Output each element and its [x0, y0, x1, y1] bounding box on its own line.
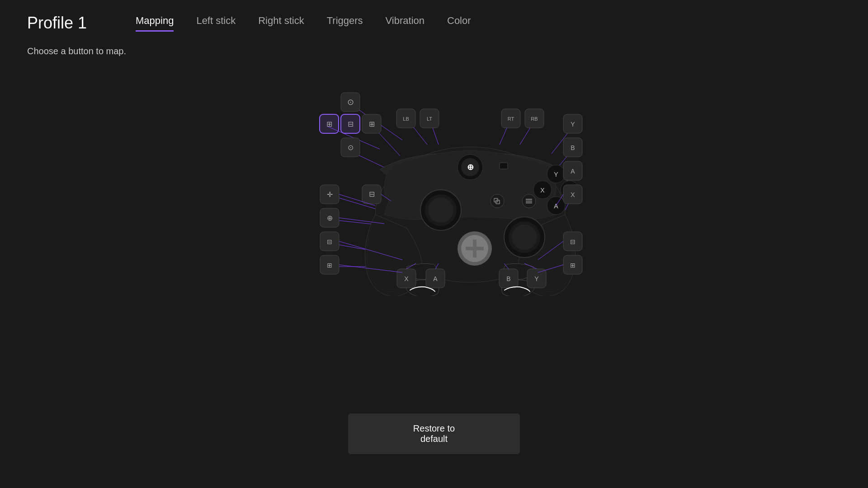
svg-text:RB: RB [531, 116, 538, 122]
svg-text:X: X [571, 191, 575, 198]
svg-text:LB: LB [403, 116, 409, 122]
svg-text:A: A [571, 168, 575, 175]
subtitle: Choose a button to map. [0, 33, 868, 56]
svg-text:✛: ✛ [327, 191, 333, 198]
svg-text:A: A [554, 202, 558, 210]
svg-text:Y: Y [534, 275, 539, 282]
svg-text:B: B [571, 144, 575, 151]
svg-text:X: X [540, 187, 545, 194]
svg-point-38 [491, 194, 504, 208]
svg-text:Y: Y [554, 171, 558, 178]
svg-text:⊕: ⊕ [327, 214, 333, 222]
svg-point-30 [428, 197, 453, 223]
tab-triggers[interactable]: Triggers [327, 15, 363, 32]
svg-text:A: A [433, 275, 438, 282]
svg-text:LT: LT [427, 116, 432, 122]
header: Profile 1 Mapping Left stick Right stick… [0, 0, 868, 33]
svg-text:⊟: ⊟ [348, 120, 354, 128]
svg-text:⊟: ⊟ [327, 238, 332, 245]
svg-rect-53 [500, 163, 508, 169]
svg-text:⊞: ⊞ [327, 262, 332, 269]
main-content: ⊕ [0, 56, 868, 472]
svg-text:⊞: ⊞ [369, 120, 375, 128]
svg-text:⊞: ⊞ [326, 120, 332, 128]
restore-default-button[interactable]: Restore to default [348, 413, 520, 454]
tab-mapping[interactable]: Mapping [136, 15, 174, 32]
tab-left-stick[interactable]: Left stick [196, 15, 236, 32]
svg-text:⊞: ⊞ [570, 262, 576, 269]
svg-text:B: B [506, 275, 510, 282]
svg-text:⊕: ⊕ [467, 163, 474, 172]
svg-text:RT: RT [508, 116, 514, 122]
controller-container: ⊕ [185, 61, 683, 296]
tab-color[interactable]: Color [447, 15, 471, 32]
svg-text:Y: Y [571, 121, 575, 128]
svg-text:⊟: ⊟ [369, 190, 375, 198]
controller-diagram: ⊕ [185, 61, 683, 296]
svg-point-33 [512, 225, 537, 250]
tab-right-stick[interactable]: Right stick [258, 15, 304, 32]
svg-text:X: X [404, 275, 409, 282]
nav-tabs: Mapping Left stick Right stick Triggers … [136, 15, 471, 32]
profile-title: Profile 1 [27, 14, 108, 33]
svg-text:⊟: ⊟ [570, 238, 576, 245]
svg-text:⊙: ⊙ [347, 98, 354, 107]
tab-vibration[interactable]: Vibration [386, 15, 425, 32]
svg-text:⊙: ⊙ [348, 144, 354, 151]
